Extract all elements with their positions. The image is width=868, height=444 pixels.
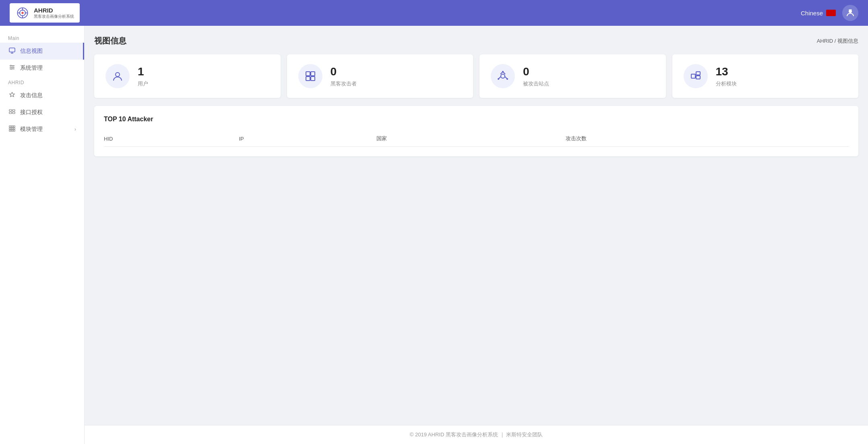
- monitor-icon: [8, 47, 16, 55]
- svg-rect-31: [13, 130, 15, 131]
- settings-icon: [8, 64, 16, 72]
- table-header: HID IP 国家 攻击次数: [104, 131, 849, 147]
- logo-area: AHRID 黑客攻击画像分析系统: [10, 3, 80, 23]
- svg-rect-19: [9, 110, 12, 111]
- sidebar-item-module-mgmt[interactable]: 模块管理 ›: [0, 121, 84, 138]
- breadcrumb-separator: /: [835, 38, 837, 44]
- stats-row: 1 用户 0 黑客攻击者: [94, 54, 858, 98]
- stat-label-hackers: 黑客攻击者: [331, 80, 357, 87]
- stat-value-users: 1: [138, 65, 148, 79]
- page-header: 视图信息 AHRID / 视图信息: [94, 35, 858, 46]
- sidebar-label-interface-auth: 接口授权: [20, 109, 43, 116]
- stat-icon-hackers: [298, 64, 322, 88]
- stat-icon-modules: [684, 64, 708, 88]
- col-country: 国家: [372, 131, 561, 147]
- sidebar-label-module-mgmt: 模块管理: [20, 126, 43, 133]
- stat-value-modules: 13: [716, 65, 737, 79]
- svg-point-8: [849, 10, 852, 13]
- chevron-right-icon: ›: [74, 127, 76, 132]
- stat-value-targets: 0: [523, 65, 549, 79]
- sidebar: Main 信息视图 系统管理 AHRID 攻击信息 接口授权: [0, 26, 85, 444]
- svg-rect-20: [12, 110, 15, 111]
- sidebar-item-attack-info[interactable]: 攻击信息: [0, 87, 84, 104]
- sidebar-label-attack-info: 攻击信息: [20, 92, 43, 99]
- top-header: AHRID 黑客攻击画像分析系统 Chinese: [0, 0, 868, 26]
- stat-card-modules: 13 分析模块: [672, 54, 859, 98]
- svg-point-18: [11, 68, 12, 70]
- header-right: Chinese: [801, 5, 858, 21]
- svg-point-32: [116, 73, 120, 77]
- svg-rect-24: [11, 126, 13, 127]
- lang-selector[interactable]: Chinese: [801, 10, 836, 17]
- svg-point-44: [502, 71, 504, 73]
- svg-rect-45: [691, 74, 695, 78]
- flag-icon: [826, 10, 836, 16]
- stat-info-users: 1 用户: [138, 65, 148, 87]
- svg-point-16: [10, 65, 12, 66]
- layout: Main 信息视图 系统管理 AHRID 攻击信息 接口授权: [0, 26, 868, 425]
- breadcrumb-root: AHRID: [817, 38, 833, 44]
- logo-title: AHRID: [34, 7, 74, 14]
- svg-rect-26: [9, 128, 11, 129]
- breadcrumb-current: 视图信息: [837, 38, 858, 44]
- svg-rect-9: [849, 9, 852, 10]
- svg-rect-35: [306, 77, 310, 81]
- sidebar-label-system-mgmt: 系统管理: [20, 64, 43, 72]
- svg-rect-36: [311, 77, 315, 81]
- svg-rect-23: [9, 126, 11, 127]
- svg-rect-33: [306, 72, 310, 76]
- svg-rect-47: [696, 76, 700, 79]
- svg-point-42: [498, 78, 499, 80]
- svg-rect-29: [9, 130, 11, 131]
- svg-rect-34: [311, 72, 315, 76]
- breadcrumb: AHRID / 视图信息: [817, 37, 858, 45]
- col-hid: HID: [104, 131, 234, 147]
- svg-rect-21: [9, 112, 12, 114]
- svg-rect-46: [696, 72, 700, 75]
- sidebar-section-ahrid: AHRID: [0, 77, 84, 87]
- stat-card-hackers: 0 黑客攻击者: [287, 54, 473, 98]
- logo-text-block: AHRID 黑客攻击画像分析系统: [34, 7, 74, 19]
- stat-label-users: 用户: [138, 80, 148, 87]
- sidebar-section-main: Main: [0, 32, 84, 43]
- svg-rect-25: [13, 126, 15, 127]
- attack-icon: [8, 91, 16, 100]
- language-label: Chinese: [801, 10, 823, 17]
- svg-point-3: [21, 12, 23, 14]
- top10-table-card: TOP 10 Attacker HID IP 国家 攻击次数: [94, 106, 858, 156]
- stat-icon-targets: [491, 64, 515, 88]
- footer-text: © 2019 AHRID 黑客攻击画像分析系统 ｜ 米斯特安全团队: [410, 432, 543, 438]
- svg-rect-30: [11, 130, 13, 131]
- stat-card-users: 1 用户: [94, 54, 281, 98]
- footer: © 2019 AHRID 黑客攻击画像分析系统 ｜ 米斯特安全团队: [85, 425, 868, 444]
- user-avatar[interactable]: [842, 5, 858, 21]
- svg-rect-27: [11, 128, 13, 129]
- svg-point-37: [501, 74, 505, 78]
- sidebar-item-interface-auth[interactable]: 接口授权: [0, 104, 84, 121]
- module-icon: [8, 125, 16, 133]
- user-avatar-icon: [845, 8, 855, 18]
- svg-point-43: [506, 78, 508, 80]
- svg-rect-22: [12, 112, 15, 114]
- stat-label-targets: 被攻击站点: [523, 80, 549, 87]
- svg-rect-10: [9, 48, 15, 52]
- interface-icon: [8, 108, 16, 116]
- stat-icon-users: [105, 64, 130, 88]
- col-attacks: 攻击次数: [561, 131, 849, 147]
- page-title: 视图信息: [94, 35, 126, 46]
- stat-value-hackers: 0: [331, 65, 357, 79]
- main-content: 视图信息 AHRID / 视图信息 1 用户: [85, 26, 868, 425]
- sidebar-item-info-view[interactable]: 信息视图: [0, 43, 84, 60]
- stat-info-hackers: 0 黑客攻击者: [331, 65, 357, 87]
- svg-rect-28: [13, 128, 15, 129]
- top10-table: HID IP 国家 攻击次数: [104, 131, 849, 147]
- stat-info-modules: 13 分析模块: [716, 65, 737, 87]
- stat-info-targets: 0 被攻击站点: [523, 65, 549, 87]
- sidebar-item-system-mgmt[interactable]: 系统管理: [0, 60, 84, 77]
- stat-card-targets: 0 被攻击站点: [479, 54, 666, 98]
- logo-icon: [15, 6, 30, 20]
- stat-label-modules: 分析模块: [716, 80, 737, 87]
- svg-point-17: [12, 67, 14, 68]
- table-card-title: TOP 10 Attacker: [104, 116, 849, 123]
- col-ip: IP: [234, 131, 371, 147]
